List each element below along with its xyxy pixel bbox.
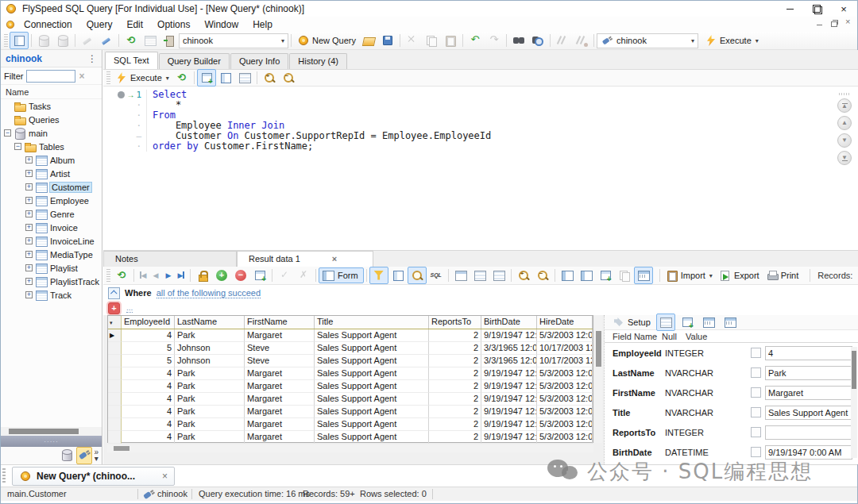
grid-filter-cell[interactable]: ▾ — [108, 316, 122, 329]
inspector-fit-columns-button[interactable] — [699, 314, 718, 331]
sidebar-splitter[interactable]: ····· — [1, 436, 102, 447]
zoom-in-button[interactable]: + — [260, 69, 279, 87]
grid-options-button[interactable] — [451, 267, 470, 284]
copy-grid-button[interactable] — [615, 267, 634, 284]
more-conditions-link[interactable]: ... — [126, 303, 133, 313]
expand-icon[interactable]: + — [25, 251, 33, 258]
mdi-minimize-button[interactable] — [816, 19, 824, 27]
uncomment-button[interactable] — [572, 32, 591, 49]
tab-result-data-1[interactable]: Result data 1 × — [237, 251, 373, 267]
tab-sql-text[interactable]: SQL Text — [105, 52, 158, 69]
tab-history-4-[interactable]: History (4) — [289, 53, 347, 69]
minimize-button[interactable] — [776, 1, 803, 17]
save-query-button[interactable] — [378, 32, 397, 49]
expand-icon[interactable]: + — [25, 210, 33, 217]
tree-item-mediatype[interactable]: +MediaType — [1, 248, 102, 261]
scroll-down-button[interactable]: ▼ — [837, 133, 852, 148]
best-fit-columns-button[interactable] — [470, 267, 489, 284]
grid-zoom-in-button[interactable]: + — [514, 267, 533, 284]
menu-window[interactable]: Window — [197, 19, 245, 30]
tab-query-builder[interactable]: Query Builder — [159, 53, 230, 69]
export-button[interactable]: Export — [716, 267, 763, 284]
editor-execute-button[interactable]: Execute ▾ — [112, 69, 172, 87]
tree-item-invoiceline[interactable]: +InvoiceLine — [1, 234, 102, 248]
tree-item-customer[interactable]: +Customer — [1, 180, 102, 194]
scroll-up-button[interactable]: ▲ — [837, 116, 852, 130]
menu-query[interactable]: Query — [79, 19, 120, 30]
best-fit-rows-button[interactable] — [489, 267, 508, 284]
import-button[interactable]: Import ▾ — [663, 267, 716, 284]
null-checkbox[interactable] — [751, 407, 761, 417]
condition-link[interactable]: all of the following succeed — [157, 288, 261, 298]
menu-connection[interactable]: Connection — [17, 19, 79, 30]
expand-icon[interactable]: + — [25, 278, 33, 285]
grid-hscrollbar[interactable] — [107, 444, 593, 452]
refresh-results-button[interactable]: ⟲ — [112, 267, 131, 284]
insert-record-button[interactable] — [212, 267, 231, 284]
expand-icon[interactable]: + — [25, 237, 33, 244]
sidebar-hscrollbar[interactable] — [1, 427, 102, 436]
layout-text-button[interactable] — [235, 69, 254, 87]
close-tab-icon[interactable]: × — [332, 252, 337, 267]
post-edit-button[interactable]: ✓ — [275, 267, 294, 284]
collapse-icon[interactable]: − — [4, 129, 11, 137]
add-condition-button[interactable]: + — [108, 302, 120, 314]
view-layout-1-button[interactable] — [558, 267, 577, 284]
mdi-restore-button[interactable] — [830, 19, 838, 27]
connection-properties-button[interactable] — [97, 32, 116, 49]
add-connection-button[interactable] — [34, 32, 53, 49]
search-panel-button[interactable] — [408, 267, 427, 284]
column-header-employeeid[interactable]: EmployeeId — [122, 316, 175, 329]
value-input[interactable]: Sales Support Agent — [765, 406, 852, 420]
filter-button[interactable] — [369, 267, 388, 284]
restore-button[interactable] — [803, 1, 830, 17]
inspector-form-view-button[interactable] — [678, 314, 697, 331]
null-checkbox[interactable] — [751, 348, 761, 358]
column-header-title[interactable]: Title — [315, 316, 429, 329]
execute-button[interactable]: Execute ▾ — [701, 32, 762, 49]
form-view-toggle[interactable]: Form — [319, 267, 364, 283]
fetch-all-button[interactable] — [193, 267, 212, 284]
refresh-schema-button[interactable]: ⟲ — [122, 32, 141, 49]
grid-view-toggle[interactable] — [634, 267, 653, 284]
expand-icon[interactable]: + — [25, 197, 33, 204]
tree-item-tables[interactable]: −Tables — [1, 140, 102, 153]
table-row[interactable]: 4ParkMargaretSales Support Agent29/19/19… — [108, 418, 593, 431]
objects-view-button[interactable] — [59, 447, 75, 464]
overflow-chevron-button[interactable]: »▾ — [94, 449, 99, 462]
redo-button[interactable]: ↷ — [485, 32, 504, 49]
tree-item-genre[interactable]: +Genre — [1, 207, 102, 221]
collapse-filter-button[interactable] — [108, 287, 120, 299]
cut-button[interactable] — [403, 32, 422, 49]
group-panel-button[interactable] — [388, 267, 408, 284]
value-input[interactable] — [765, 425, 852, 440]
inspector-fit-rows-button[interactable] — [721, 314, 740, 331]
table-row[interactable]: 4ParkMargaretSales Support Agent29/19/19… — [108, 431, 593, 444]
tab-query-info[interactable]: Query Info — [230, 53, 288, 69]
tree-item-album[interactable]: +Album — [1, 153, 102, 167]
table-row[interactable]: 4ParkMargaretSales Support Agent29/19/19… — [108, 393, 593, 406]
undo-button[interactable]: ↶ — [466, 32, 485, 49]
tree-item-playlisttrack[interactable]: +PlaylistTrack — [1, 275, 102, 288]
tree-item-playlist[interactable]: +Playlist — [1, 261, 102, 275]
expand-icon[interactable]: + — [25, 264, 33, 271]
sql-view-button[interactable]: SQL — [427, 267, 446, 284]
new-query-button[interactable]: New Query — [294, 32, 359, 49]
comment-button[interactable] — [553, 32, 572, 49]
query-connection-select[interactable]: chinook ▾ — [597, 33, 698, 48]
column-header-birthdate[interactable]: BirthDate — [481, 316, 537, 329]
scrollbar-thumb[interactable] — [852, 351, 856, 389]
disconnect-button[interactable] — [160, 32, 179, 49]
grid-zoom-out-button[interactable]: − — [533, 267, 552, 284]
table-row[interactable]: 5JohnsonSteveSales Support Agent23/3/196… — [108, 355, 593, 367]
value-input[interactable]: 4 — [765, 346, 852, 360]
value-input[interactable]: Park — [765, 366, 852, 380]
table-properties-button[interactable] — [141, 32, 160, 49]
sql-code[interactable]: Select *From Employee Inner Join Custome… — [146, 90, 835, 152]
inspector-vscrollbar[interactable] — [851, 347, 857, 458]
tree-item-employee[interactable]: +Employee — [1, 194, 102, 207]
null-checkbox[interactable] — [751, 427, 761, 437]
tree-item-track[interactable]: +Track — [1, 288, 102, 302]
menu-help[interactable]: Help — [245, 19, 280, 30]
column-header-hiredate[interactable]: HireDate — [537, 316, 593, 329]
